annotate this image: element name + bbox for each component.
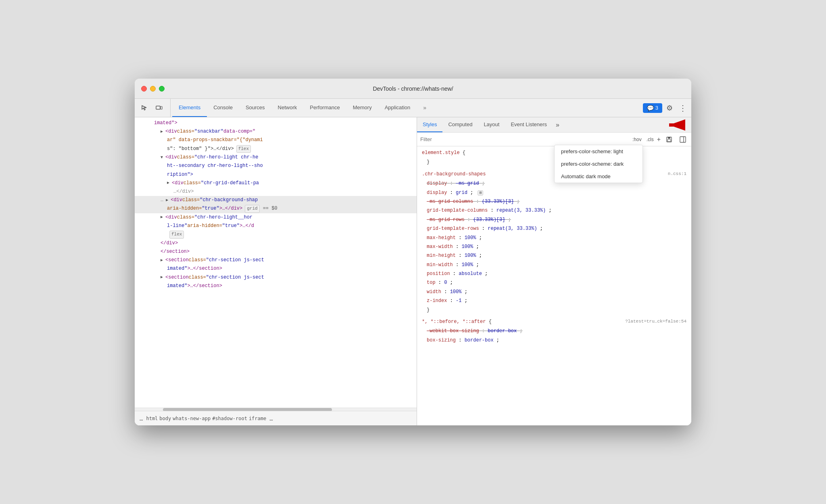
tab-layout[interactable]: Layout (478, 117, 505, 132)
red-arrow-icon (661, 118, 689, 132)
css-property-width: width : 100% ; (417, 287, 691, 296)
dom-line: imated">…</section> (135, 264, 417, 273)
css-rules-panel[interactable]: element.style { } .chr-background-shapes… (417, 146, 691, 425)
svg-rect-6 (667, 140, 671, 142)
grid-icon-badge[interactable]: ⊞ (478, 190, 483, 196)
css-selector-universal: *, *::before, *::after { ?latest=tru…ck=… (417, 317, 691, 327)
tab-computed[interactable]: Computed (442, 117, 478, 132)
css-property-max-height: max-height : 100% ; (417, 233, 691, 242)
css-property-min-width: min-width : 100% ; (417, 260, 691, 269)
breadcrumb-more[interactable]: … (138, 415, 144, 422)
add-style-button[interactable]: + (657, 136, 661, 143)
tab-event-listeners[interactable]: Event Listeners (505, 117, 553, 132)
svg-rect-1 (161, 106, 162, 109)
dom-line: ▶ <div class="chr-grid-default-pa (135, 179, 417, 187)
tab-performance[interactable]: Performance (303, 99, 346, 117)
main-content: imated"> ▶ <div class="snackbar" data-co… (135, 117, 691, 425)
css-rule-close-2: } (417, 306, 691, 314)
close-button[interactable] (141, 86, 147, 92)
flex-badge[interactable]: flex (236, 145, 251, 153)
filter-input[interactable] (420, 136, 628, 142)
dom-line: l-line" aria-hidden="true">…</d (135, 222, 417, 230)
dom-tree[interactable]: imated"> ▶ <div class="snackbar" data-co… (135, 117, 417, 408)
svg-rect-0 (156, 106, 160, 109)
tab-network[interactable]: Network (271, 99, 304, 117)
styles-more-tabs[interactable]: » (553, 117, 563, 132)
svg-rect-7 (680, 137, 686, 142)
breadcrumb-app[interactable]: whats-new-app (173, 416, 211, 421)
dom-line: ▶ <section class="chr-section js-sect (135, 273, 417, 282)
breadcrumb-ellipsis[interactable]: … (268, 415, 274, 422)
dom-horizontal-scrollbar[interactable] (135, 408, 417, 411)
tab-application[interactable]: Application (378, 99, 417, 117)
dom-line: ar" data-props-snackbar="{"dynami (135, 136, 417, 144)
traffic-lights (141, 86, 165, 92)
dom-line: ▶ <div class="snackbar" data-comp=" (135, 127, 417, 136)
toolbar-icon-group (138, 99, 171, 117)
dom-line: imated"> (135, 119, 417, 127)
tab-styles[interactable]: Styles (417, 117, 442, 132)
devtools-window: DevTools - chrome://whats-new/ Elements … (135, 79, 691, 425)
css-property-display-grid: display : grid ; ⊞ (417, 188, 691, 197)
svg-rect-5 (668, 137, 670, 139)
dom-line: ht--secondary chr-hero-light--sho (135, 162, 417, 170)
dom-line: ▶ <div class="chr-hero-light__hor (135, 213, 417, 222)
select-element-icon[interactable] (138, 102, 151, 115)
tab-sources[interactable]: Sources (239, 99, 271, 117)
css-property-grid-template-rows: grid-template-rows : repeat(3, 33.33%) ; (417, 224, 691, 233)
more-options-icon[interactable]: ⋮ (677, 102, 688, 114)
css-property-ms-grid-rows: -ms-grid-rows : (33.33%)[3] ; (417, 215, 691, 224)
tab-console[interactable]: Console (207, 99, 239, 117)
css-property-position: position : absolute ; (417, 269, 691, 278)
css-property-top: top : 0 ; (417, 278, 691, 287)
dom-line: imated">…</section> (135, 282, 417, 290)
css-property-ms-grid-columns: -ms-grid-columns : (33.33%)[3] ; (417, 197, 691, 206)
dom-line: s": "bottom" }">…</div> flex (135, 145, 417, 154)
breadcrumb-html[interactable]: html (146, 416, 158, 421)
tab-more[interactable]: » (417, 99, 433, 117)
device-toolbar-icon[interactable] (152, 102, 165, 115)
styles-tab-bar: Styles Computed Layout Event Listeners » (417, 117, 691, 133)
dom-breadcrumb: … html body whats-new-app #shadow-root i… (135, 411, 417, 425)
dom-line: flex (135, 230, 417, 239)
dom-line: </div> (135, 239, 417, 248)
css-property-max-width: max-width : 100% ; (417, 242, 691, 251)
css-property-z-index: z-index : -1 ; (417, 296, 691, 305)
breadcrumb-iframe[interactable]: iframe (249, 416, 266, 421)
maximize-button[interactable] (159, 86, 165, 92)
window-title: DevTools - chrome://whats-new/ (373, 85, 453, 92)
chat-button[interactable]: 💬 3 (643, 103, 662, 113)
dropdown-item-light[interactable]: prefers-color-scheme: light (555, 145, 642, 158)
dom-line: ▼ <div class="chr-hero-light chr-he (135, 153, 417, 162)
breadcrumb-shadow[interactable]: #shadow-root (212, 416, 247, 421)
hov-button[interactable]: :hov (631, 136, 643, 143)
flex-badge-2[interactable]: flex (169, 231, 184, 239)
dropdown-item-auto[interactable]: Automatic dark mode (555, 170, 642, 183)
css-property-webkit-box-sizing: -webkit-box-sizing : border-box ; (417, 327, 691, 335)
grid-badge[interactable]: grid (245, 205, 259, 213)
dropdown-item-dark[interactable]: prefers-color-scheme: dark (555, 158, 642, 170)
css-property-min-height: min-height : 100% ; (417, 251, 691, 260)
save-stylesheet-icon[interactable] (664, 134, 674, 145)
devtools-toolbar: Elements Console Sources Network Perform… (135, 99, 691, 117)
minimize-button[interactable] (150, 86, 156, 92)
dom-line: </section> (135, 248, 417, 256)
dom-line: ription"> (135, 171, 417, 179)
styles-toolbar: :hov .cls + (417, 133, 691, 146)
dom-panel: imated"> ▶ <div class="snackbar" data-co… (135, 117, 417, 425)
toolbar-right: 💬 3 ⚙ ⋮ (640, 99, 688, 117)
dom-line: aria-hidden="true">…</div> grid == $0 (135, 204, 417, 213)
expand-panel-icon[interactable] (678, 134, 688, 145)
breadcrumb-body[interactable]: body (159, 416, 171, 421)
dom-line: …</div> (135, 187, 417, 196)
cls-button[interactable]: .cls (647, 137, 654, 142)
tab-memory[interactable]: Memory (346, 99, 378, 117)
dom-line-selected: … ▶ <div class="chr-background-shap (135, 196, 417, 204)
styles-panel: Styles Computed Layout Event Listeners » (417, 117, 691, 425)
css-property-grid-template-columns: grid-template-columns : repeat(3, 33.33%… (417, 206, 691, 215)
dom-line: ▶ <section class="chr-section js-sect (135, 256, 417, 264)
css-property-box-sizing: box-sizing : border-box ; (417, 336, 691, 345)
settings-icon[interactable]: ⚙ (664, 102, 675, 114)
main-tab-list: Elements Console Sources Network Perform… (172, 99, 640, 117)
tab-elements[interactable]: Elements (172, 99, 207, 117)
